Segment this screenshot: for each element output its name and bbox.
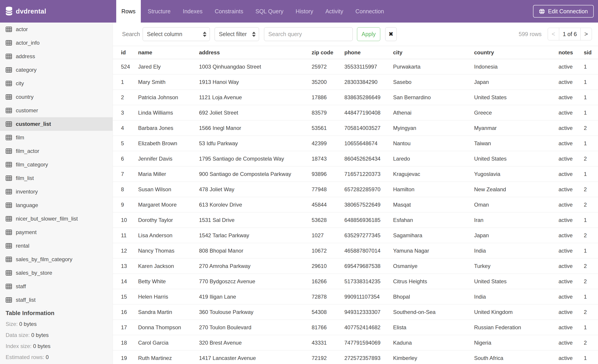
column-header-city[interactable]: city (393, 49, 474, 56)
table-row[interactable]: 11Lisa Anderson1542 Tarlac Parkway102763… (113, 228, 598, 243)
sidebar-item-label: film_list (16, 175, 34, 181)
table-information-rows: Size: 0 bytesData size: 0 bytesIndex siz… (6, 318, 113, 363)
sidebar-item-rental[interactable]: rental (0, 239, 113, 253)
cell-zip-code: 1027 (312, 232, 344, 239)
sidebar-item-label: customer_list (16, 121, 51, 127)
table-list: actoractor_infoaddresscategorycitycountr… (0, 23, 113, 307)
table-row[interactable]: 1Mary Smith1913 Hanoi Way352002830338429… (113, 74, 598, 90)
column-header-id[interactable]: id (121, 49, 138, 56)
table-row[interactable]: 2Patricia Johnson1121 Loja Avenue1788683… (113, 90, 598, 105)
sidebar-item-film[interactable]: film (0, 131, 113, 144)
column-header-country[interactable]: country (474, 49, 558, 56)
table-row[interactable]: 18Carol Garcia320 Brest Avenue4333174779… (113, 335, 598, 350)
column-header-name[interactable]: name (138, 49, 199, 56)
cell-notes: active (558, 309, 584, 315)
table-info-label: Index size: (6, 343, 33, 349)
sidebar-item-staff[interactable]: staff (0, 280, 113, 293)
table-row[interactable]: 8Susan Wilson478 Joliet Way7794865728228… (113, 182, 598, 197)
cell-city: Masqat (393, 202, 474, 208)
cell-id: 7 (121, 171, 138, 177)
sidebar-item-staff_list[interactable]: staff_list (0, 293, 113, 307)
column-header-sid[interactable]: sid (584, 49, 598, 56)
cell-country: Greece (474, 110, 558, 116)
sidebar-item-actor_info[interactable]: actor_info (0, 36, 113, 50)
clear-search-button[interactable]: ✖ (385, 27, 397, 41)
cell-address: 1795 Santiago de Compostela Way (199, 156, 312, 162)
column-header-address[interactable]: address (199, 49, 312, 56)
sidebar-item-film_actor[interactable]: film_actor (0, 144, 113, 158)
table-row[interactable]: 13Karen Jackson270 Amroha Parkway2961069… (113, 259, 598, 274)
tab-activity[interactable]: Activity (320, 0, 349, 23)
sidebar-item-address[interactable]: address (0, 50, 113, 63)
cell-notes: active (558, 324, 584, 331)
cell-zip-code: 43331 (312, 340, 344, 346)
sidebar-item-nicer_but_slower_film_list[interactable]: nicer_but_slower_film_list (0, 212, 113, 226)
tab-rows[interactable]: Rows (116, 0, 141, 23)
table-row[interactable]: 17Donna Thompson270 Toulon Boulevard8176… (113, 320, 598, 335)
sidebar-item-film_category[interactable]: film_category (0, 158, 113, 171)
cell-address: 1566 Inegl Manor (199, 125, 312, 131)
cell-address: 360 Toulouse Parkway (199, 309, 312, 315)
tab-indexes[interactable]: Indexes (178, 0, 208, 23)
tab-connection[interactable]: Connection (350, 0, 389, 23)
column-header-notes[interactable]: notes (558, 49, 584, 56)
sidebar-item-inventory[interactable]: inventory (0, 185, 113, 198)
table-row[interactable]: 7Maria Miller900 Santiago de Compostela … (113, 166, 598, 182)
filter-select[interactable]: Select filter (215, 27, 259, 41)
tab-sql-query[interactable]: SQL Query (250, 0, 289, 23)
table-row[interactable]: 4Barbara Jones1566 Inegl Manor5356170581… (113, 121, 598, 136)
cell-address: 1913 Hanoi Way (199, 79, 312, 85)
app-logo: dvdrental (5, 0, 46, 23)
cell-city: Myingyan (393, 125, 474, 131)
table-info-row: Size: 0 bytes (6, 318, 113, 330)
column-header-phone[interactable]: phone (344, 49, 393, 56)
app-window: dvdrental RowsStructureIndexesConstraint… (0, 0, 598, 364)
sidebar-item-customer_list[interactable]: customer_list (0, 117, 113, 131)
cell-notes: active (558, 186, 584, 193)
tab-history[interactable]: History (291, 0, 318, 23)
table-row[interactable]: 524Jared Ely1003 Qinhuangdao Street25972… (113, 59, 598, 74)
edit-connection-button[interactable]: Edit Connection (533, 5, 594, 18)
apply-button[interactable]: Apply (357, 27, 380, 41)
sidebar-item-language[interactable]: language (0, 198, 113, 212)
previous-page-button[interactable]: < (548, 28, 559, 40)
table-icon (6, 297, 12, 303)
sidebar-item-category[interactable]: category (0, 63, 113, 77)
search-query-input[interactable] (264, 27, 353, 41)
cell-name: Donna Thompson (138, 324, 199, 331)
next-page-button[interactable]: > (581, 28, 592, 40)
tab-structure[interactable]: Structure (143, 0, 176, 23)
table-row[interactable]: 19Ruth Martinez1417 Lancaster Avenue7219… (113, 350, 598, 364)
table-info-value: 0 bytes (31, 332, 49, 338)
tab-constraints[interactable]: Constraints (210, 0, 249, 23)
table-icon (6, 230, 12, 235)
cell-name: Ruth Martinez (138, 355, 199, 361)
cell-notes: active (558, 140, 584, 146)
table-row[interactable]: 6Jennifer Davis1795 Santiago de Composte… (113, 151, 598, 166)
table-row[interactable]: 10Dorothy Taylor1531 Sal Drive5362864885… (113, 212, 598, 228)
table-row[interactable]: 16Sandra Martin360 Toulouse Parkway54308… (113, 304, 598, 320)
column-select[interactable]: Select column (143, 27, 210, 41)
cell-address: 1542 Tarlac Parkway (199, 232, 312, 239)
sidebar-item-payment[interactable]: payment (0, 226, 113, 239)
cell-notes: active (558, 79, 584, 85)
sidebar-item-sales_by_store[interactable]: sales_by_store (0, 266, 113, 280)
sidebar-item-sales_by_film_category[interactable]: sales_by_film_category (0, 253, 113, 266)
table-icon (6, 270, 12, 275)
table-icon (6, 148, 12, 154)
cell-notes: active (558, 217, 584, 223)
table-icon (6, 108, 12, 113)
sidebar-item-actor[interactable]: actor (0, 23, 113, 36)
table-row[interactable]: 3Linda Williams692 Joliet Street83579448… (113, 105, 598, 121)
sidebar-item-customer[interactable]: customer (0, 104, 113, 117)
sidebar-item-city[interactable]: city (0, 77, 113, 90)
column-header-zip-code[interactable]: zip code (312, 49, 344, 56)
table-row[interactable]: 5Elizabeth Brown53 Idfu Parkway423991065… (113, 136, 598, 151)
sidebar-item-country[interactable]: country (0, 90, 113, 104)
table-icon (6, 67, 12, 73)
table-row[interactable]: 12Nancy Thomas808 Bhopal Manor1067246588… (113, 243, 598, 259)
table-row[interactable]: 9Margaret Moore613 Korolev Drive45844380… (113, 197, 598, 212)
sidebar-item-film_list[interactable]: film_list (0, 171, 113, 185)
table-row[interactable]: 15Helen Harris419 Iligan Lane72878990911… (113, 289, 598, 304)
table-row[interactable]: 14Betty White770 Bydgoszcz Avenue1626651… (113, 274, 598, 289)
